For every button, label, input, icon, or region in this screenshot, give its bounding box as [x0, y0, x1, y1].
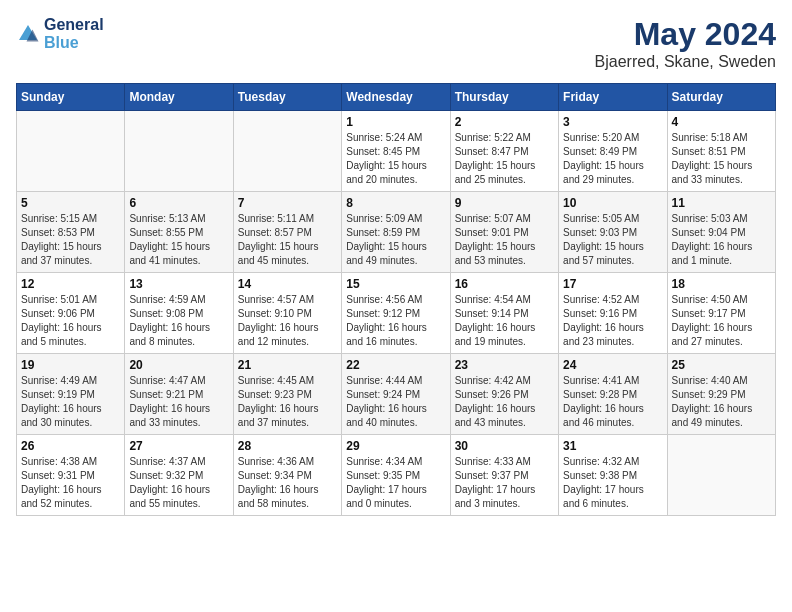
week-row-2: 5Sunrise: 5:15 AM Sunset: 8:53 PM Daylig…: [17, 192, 776, 273]
day-info: Sunrise: 5:07 AM Sunset: 9:01 PM Dayligh…: [455, 212, 554, 268]
day-number: 18: [672, 277, 771, 291]
calendar-cell: 2Sunrise: 5:22 AM Sunset: 8:47 PM Daylig…: [450, 111, 558, 192]
day-number: 28: [238, 439, 337, 453]
day-info: Sunrise: 4:47 AM Sunset: 9:21 PM Dayligh…: [129, 374, 228, 430]
day-info: Sunrise: 4:41 AM Sunset: 9:28 PM Dayligh…: [563, 374, 662, 430]
calendar-cell: 6Sunrise: 5:13 AM Sunset: 8:55 PM Daylig…: [125, 192, 233, 273]
day-info: Sunrise: 4:57 AM Sunset: 9:10 PM Dayligh…: [238, 293, 337, 349]
calendar-cell: [233, 111, 341, 192]
day-number: 25: [672, 358, 771, 372]
day-number: 5: [21, 196, 120, 210]
calendar-cell: 10Sunrise: 5:05 AM Sunset: 9:03 PM Dayli…: [559, 192, 667, 273]
calendar-cell: 8Sunrise: 5:09 AM Sunset: 8:59 PM Daylig…: [342, 192, 450, 273]
day-info: Sunrise: 5:11 AM Sunset: 8:57 PM Dayligh…: [238, 212, 337, 268]
day-info: Sunrise: 4:32 AM Sunset: 9:38 PM Dayligh…: [563, 455, 662, 511]
day-number: 6: [129, 196, 228, 210]
day-info: Sunrise: 4:34 AM Sunset: 9:35 PM Dayligh…: [346, 455, 445, 511]
day-info: Sunrise: 5:05 AM Sunset: 9:03 PM Dayligh…: [563, 212, 662, 268]
day-info: Sunrise: 4:36 AM Sunset: 9:34 PM Dayligh…: [238, 455, 337, 511]
day-header-thursday: Thursday: [450, 84, 558, 111]
calendar-cell: 7Sunrise: 5:11 AM Sunset: 8:57 PM Daylig…: [233, 192, 341, 273]
day-number: 15: [346, 277, 445, 291]
week-row-4: 19Sunrise: 4:49 AM Sunset: 9:19 PM Dayli…: [17, 354, 776, 435]
calendar-header: SundayMondayTuesdayWednesdayThursdayFrid…: [17, 84, 776, 111]
day-info: Sunrise: 4:49 AM Sunset: 9:19 PM Dayligh…: [21, 374, 120, 430]
calendar-cell: [667, 435, 775, 516]
day-info: Sunrise: 4:52 AM Sunset: 9:16 PM Dayligh…: [563, 293, 662, 349]
calendar-body: 1Sunrise: 5:24 AM Sunset: 8:45 PM Daylig…: [17, 111, 776, 516]
day-number: 19: [21, 358, 120, 372]
page-title: May 2024: [595, 16, 776, 53]
calendar-cell: 29Sunrise: 4:34 AM Sunset: 9:35 PM Dayli…: [342, 435, 450, 516]
day-number: 14: [238, 277, 337, 291]
calendar-cell: 14Sunrise: 4:57 AM Sunset: 9:10 PM Dayli…: [233, 273, 341, 354]
day-number: 29: [346, 439, 445, 453]
day-info: Sunrise: 5:15 AM Sunset: 8:53 PM Dayligh…: [21, 212, 120, 268]
calendar-cell: 17Sunrise: 4:52 AM Sunset: 9:16 PM Dayli…: [559, 273, 667, 354]
page-header: General Blue May 2024 Bjaerred, Skane, S…: [16, 16, 776, 71]
day-number: 24: [563, 358, 662, 372]
page-subtitle: Bjaerred, Skane, Sweden: [595, 53, 776, 71]
day-info: Sunrise: 5:18 AM Sunset: 8:51 PM Dayligh…: [672, 131, 771, 187]
calendar-cell: 13Sunrise: 4:59 AM Sunset: 9:08 PM Dayli…: [125, 273, 233, 354]
day-info: Sunrise: 4:42 AM Sunset: 9:26 PM Dayligh…: [455, 374, 554, 430]
day-info: Sunrise: 5:22 AM Sunset: 8:47 PM Dayligh…: [455, 131, 554, 187]
logo-icon: [16, 22, 40, 46]
day-number: 1: [346, 115, 445, 129]
day-header-tuesday: Tuesday: [233, 84, 341, 111]
day-header-friday: Friday: [559, 84, 667, 111]
day-number: 26: [21, 439, 120, 453]
calendar-cell: 24Sunrise: 4:41 AM Sunset: 9:28 PM Dayli…: [559, 354, 667, 435]
day-info: Sunrise: 5:01 AM Sunset: 9:06 PM Dayligh…: [21, 293, 120, 349]
calendar-cell: 3Sunrise: 5:20 AM Sunset: 8:49 PM Daylig…: [559, 111, 667, 192]
calendar-cell: 31Sunrise: 4:32 AM Sunset: 9:38 PM Dayli…: [559, 435, 667, 516]
day-info: Sunrise: 4:44 AM Sunset: 9:24 PM Dayligh…: [346, 374, 445, 430]
logo-line2: Blue: [44, 34, 104, 52]
day-header-saturday: Saturday: [667, 84, 775, 111]
calendar-cell: 4Sunrise: 5:18 AM Sunset: 8:51 PM Daylig…: [667, 111, 775, 192]
day-info: Sunrise: 4:38 AM Sunset: 9:31 PM Dayligh…: [21, 455, 120, 511]
day-info: Sunrise: 4:40 AM Sunset: 9:29 PM Dayligh…: [672, 374, 771, 430]
calendar-cell: 20Sunrise: 4:47 AM Sunset: 9:21 PM Dayli…: [125, 354, 233, 435]
day-info: Sunrise: 4:50 AM Sunset: 9:17 PM Dayligh…: [672, 293, 771, 349]
day-number: 11: [672, 196, 771, 210]
calendar-cell: [17, 111, 125, 192]
day-info: Sunrise: 4:33 AM Sunset: 9:37 PM Dayligh…: [455, 455, 554, 511]
week-row-3: 12Sunrise: 5:01 AM Sunset: 9:06 PM Dayli…: [17, 273, 776, 354]
day-info: Sunrise: 4:37 AM Sunset: 9:32 PM Dayligh…: [129, 455, 228, 511]
calendar-cell: 26Sunrise: 4:38 AM Sunset: 9:31 PM Dayli…: [17, 435, 125, 516]
day-number: 3: [563, 115, 662, 129]
day-info: Sunrise: 5:13 AM Sunset: 8:55 PM Dayligh…: [129, 212, 228, 268]
day-header-monday: Monday: [125, 84, 233, 111]
week-row-1: 1Sunrise: 5:24 AM Sunset: 8:45 PM Daylig…: [17, 111, 776, 192]
day-number: 27: [129, 439, 228, 453]
calendar-cell: 27Sunrise: 4:37 AM Sunset: 9:32 PM Dayli…: [125, 435, 233, 516]
calendar-cell: 1Sunrise: 5:24 AM Sunset: 8:45 PM Daylig…: [342, 111, 450, 192]
week-row-5: 26Sunrise: 4:38 AM Sunset: 9:31 PM Dayli…: [17, 435, 776, 516]
calendar-cell: [125, 111, 233, 192]
day-number: 16: [455, 277, 554, 291]
day-info: Sunrise: 5:03 AM Sunset: 9:04 PM Dayligh…: [672, 212, 771, 268]
day-number: 20: [129, 358, 228, 372]
logo-line1: General: [44, 16, 104, 34]
day-number: 31: [563, 439, 662, 453]
calendar-cell: 25Sunrise: 4:40 AM Sunset: 9:29 PM Dayli…: [667, 354, 775, 435]
calendar-cell: 16Sunrise: 4:54 AM Sunset: 9:14 PM Dayli…: [450, 273, 558, 354]
day-number: 7: [238, 196, 337, 210]
day-info: Sunrise: 5:09 AM Sunset: 8:59 PM Dayligh…: [346, 212, 445, 268]
calendar-cell: 23Sunrise: 4:42 AM Sunset: 9:26 PM Dayli…: [450, 354, 558, 435]
calendar-cell: 18Sunrise: 4:50 AM Sunset: 9:17 PM Dayli…: [667, 273, 775, 354]
day-number: 8: [346, 196, 445, 210]
day-number: 12: [21, 277, 120, 291]
day-number: 23: [455, 358, 554, 372]
calendar-cell: 9Sunrise: 5:07 AM Sunset: 9:01 PM Daylig…: [450, 192, 558, 273]
calendar-table: SundayMondayTuesdayWednesdayThursdayFrid…: [16, 83, 776, 516]
day-info: Sunrise: 4:54 AM Sunset: 9:14 PM Dayligh…: [455, 293, 554, 349]
calendar-cell: 22Sunrise: 4:44 AM Sunset: 9:24 PM Dayli…: [342, 354, 450, 435]
day-number: 10: [563, 196, 662, 210]
day-info: Sunrise: 4:45 AM Sunset: 9:23 PM Dayligh…: [238, 374, 337, 430]
day-number: 22: [346, 358, 445, 372]
day-header-wednesday: Wednesday: [342, 84, 450, 111]
calendar-cell: 30Sunrise: 4:33 AM Sunset: 9:37 PM Dayli…: [450, 435, 558, 516]
calendar-cell: 21Sunrise: 4:45 AM Sunset: 9:23 PM Dayli…: [233, 354, 341, 435]
